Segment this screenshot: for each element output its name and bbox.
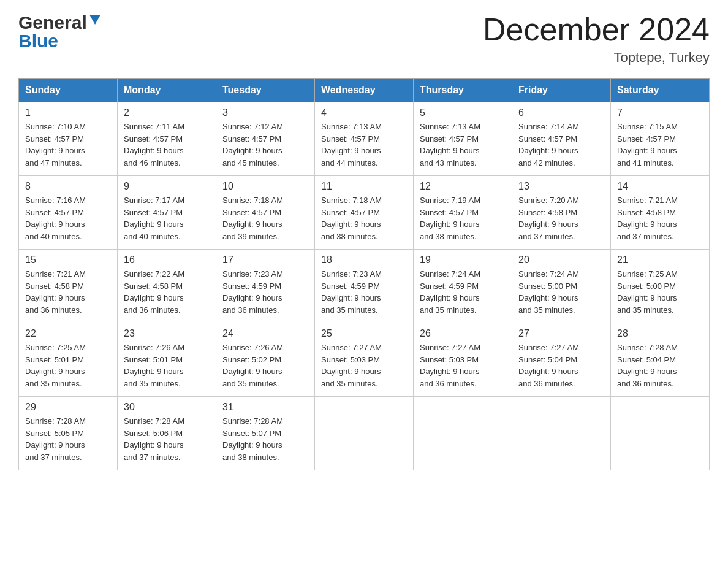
day-info: Sunrise: 7:18 AMSunset: 4:57 PMDaylight:… [222,196,283,241]
day-info: Sunrise: 7:18 AMSunset: 4:57 PMDaylight:… [321,196,382,241]
calendar-cell: 17 Sunrise: 7:23 AMSunset: 4:59 PMDaylig… [216,250,315,323]
day-info: Sunrise: 7:23 AMSunset: 4:59 PMDaylight:… [222,269,283,315]
day-info: Sunrise: 7:26 AMSunset: 5:01 PMDaylight:… [124,343,184,388]
day-info: Sunrise: 7:12 AMSunset: 4:57 PMDaylight:… [222,122,283,167]
day-number: 12 [420,181,506,192]
week-row-2: 8 Sunrise: 7:16 AMSunset: 4:57 PMDayligh… [19,176,710,250]
day-info: Sunrise: 7:28 AMSunset: 5:06 PMDaylight:… [124,416,184,462]
calendar-cell: 24 Sunrise: 7:26 AMSunset: 5:02 PMDaylig… [216,323,315,397]
week-row-4: 22 Sunrise: 7:25 AMSunset: 5:01 PMDaylig… [19,323,710,397]
day-number: 17 [222,255,308,266]
calendar-cell: 14 Sunrise: 7:21 AMSunset: 4:58 PMDaylig… [611,176,710,250]
calendar-cell: 29 Sunrise: 7:28 AMSunset: 5:05 PMDaylig… [19,397,118,470]
calendar-cell: 23 Sunrise: 7:26 AMSunset: 5:01 PMDaylig… [118,323,216,397]
calendar-cell: 30 Sunrise: 7:28 AMSunset: 5:06 PMDaylig… [118,397,216,470]
day-number: 1 [25,107,111,118]
day-number: 6 [518,107,604,118]
svg-marker-0 [89,15,100,25]
day-info: Sunrise: 7:28 AMSunset: 5:07 PMDaylight:… [222,416,283,462]
day-info: Sunrise: 7:14 AMSunset: 4:57 PMDaylight:… [518,122,579,167]
calendar-cell: 1 Sunrise: 7:10 AMSunset: 4:57 PMDayligh… [19,102,118,176]
weekday-header-thursday: Thursday [414,79,512,102]
day-info: Sunrise: 7:19 AMSunset: 4:57 PMDaylight:… [420,196,480,241]
day-number: 5 [420,107,506,118]
weekday-header-wednesday: Wednesday [315,79,414,102]
calendar-cell: 25 Sunrise: 7:27 AMSunset: 5:03 PMDaylig… [315,323,414,397]
page-header: General Blue December 2024 Toptepe, Turk… [18,12,710,66]
day-number: 22 [25,328,111,339]
day-number: 9 [124,181,210,192]
calendar-cell: 5 Sunrise: 7:13 AMSunset: 4:57 PMDayligh… [414,102,512,176]
day-info: Sunrise: 7:27 AMSunset: 5:03 PMDaylight:… [420,343,480,388]
day-number: 11 [321,181,407,192]
title-section: December 2024 Toptepe, Turkey [483,12,710,66]
day-info: Sunrise: 7:13 AMSunset: 4:57 PMDaylight:… [321,122,382,167]
calendar-cell: 13 Sunrise: 7:20 AMSunset: 4:58 PMDaylig… [512,176,611,250]
day-info: Sunrise: 7:27 AMSunset: 5:04 PMDaylight:… [518,343,579,388]
day-number: 25 [321,328,407,339]
weekday-header-friday: Friday [512,79,611,102]
calendar-cell: 6 Sunrise: 7:14 AMSunset: 4:57 PMDayligh… [512,102,611,176]
day-info: Sunrise: 7:28 AMSunset: 5:05 PMDaylight:… [25,416,86,462]
calendar-cell [512,397,611,470]
day-info: Sunrise: 7:25 AMSunset: 5:00 PMDaylight:… [617,269,678,315]
day-info: Sunrise: 7:15 AMSunset: 4:57 PMDaylight:… [617,122,678,167]
day-info: Sunrise: 7:24 AMSunset: 5:00 PMDaylight:… [518,269,579,315]
day-number: 29 [25,402,111,413]
day-number: 8 [25,181,111,192]
day-info: Sunrise: 7:28 AMSunset: 5:04 PMDaylight:… [617,343,678,388]
day-number: 26 [420,328,506,339]
day-info: Sunrise: 7:11 AMSunset: 4:57 PMDaylight:… [124,122,184,167]
calendar-cell: 11 Sunrise: 7:18 AMSunset: 4:57 PMDaylig… [315,176,414,250]
day-number: 4 [321,107,407,118]
logo: General Blue [18,12,100,52]
day-number: 16 [124,255,210,266]
calendar-table: SundayMondayTuesdayWednesdayThursdayFrid… [18,78,710,470]
day-number: 31 [222,402,308,413]
day-number: 2 [124,107,210,118]
day-info: Sunrise: 7:25 AMSunset: 5:01 PMDaylight:… [25,343,86,388]
day-number: 3 [222,107,308,118]
day-number: 24 [222,328,308,339]
day-info: Sunrise: 7:16 AMSunset: 4:57 PMDaylight:… [25,196,86,241]
day-info: Sunrise: 7:21 AMSunset: 4:58 PMDaylight:… [617,196,678,241]
day-number: 27 [518,328,604,339]
calendar-cell: 15 Sunrise: 7:21 AMSunset: 4:58 PMDaylig… [19,250,118,323]
calendar-cell: 19 Sunrise: 7:24 AMSunset: 4:59 PMDaylig… [414,250,512,323]
calendar-title: December 2024 [483,12,710,47]
weekday-header-sunday: Sunday [19,79,118,102]
calendar-cell [315,397,414,470]
day-number: 10 [222,181,308,192]
calendar-cell: 21 Sunrise: 7:25 AMSunset: 5:00 PMDaylig… [611,250,710,323]
calendar-cell [611,397,710,470]
logo-blue-text: Blue [18,31,58,52]
day-number: 30 [124,402,210,413]
logo-triangle-icon [89,15,100,28]
day-number: 20 [518,255,604,266]
calendar-cell: 10 Sunrise: 7:18 AMSunset: 4:57 PMDaylig… [216,176,315,250]
calendar-subtitle: Toptepe, Turkey [483,50,710,66]
day-number: 19 [420,255,506,266]
calendar-cell: 22 Sunrise: 7:25 AMSunset: 5:01 PMDaylig… [19,323,118,397]
calendar-cell: 31 Sunrise: 7:28 AMSunset: 5:07 PMDaylig… [216,397,315,470]
weekday-header-row: SundayMondayTuesdayWednesdayThursdayFrid… [19,79,710,102]
calendar-cell: 12 Sunrise: 7:19 AMSunset: 4:57 PMDaylig… [414,176,512,250]
calendar-cell: 2 Sunrise: 7:11 AMSunset: 4:57 PMDayligh… [118,102,216,176]
calendar-cell: 3 Sunrise: 7:12 AMSunset: 4:57 PMDayligh… [216,102,315,176]
day-info: Sunrise: 7:21 AMSunset: 4:58 PMDaylight:… [25,269,86,315]
calendar-cell: 8 Sunrise: 7:16 AMSunset: 4:57 PMDayligh… [19,176,118,250]
weekday-header-monday: Monday [118,79,216,102]
calendar-cell: 4 Sunrise: 7:13 AMSunset: 4:57 PMDayligh… [315,102,414,176]
day-info: Sunrise: 7:10 AMSunset: 4:57 PMDaylight:… [25,122,86,167]
calendar-cell: 20 Sunrise: 7:24 AMSunset: 5:00 PMDaylig… [512,250,611,323]
calendar-cell: 27 Sunrise: 7:27 AMSunset: 5:04 PMDaylig… [512,323,611,397]
day-number: 23 [124,328,210,339]
day-number: 15 [25,255,111,266]
day-info: Sunrise: 7:22 AMSunset: 4:58 PMDaylight:… [124,269,184,315]
calendar-cell [414,397,512,470]
day-number: 7 [617,107,703,118]
week-row-1: 1 Sunrise: 7:10 AMSunset: 4:57 PMDayligh… [19,102,710,176]
day-info: Sunrise: 7:17 AMSunset: 4:57 PMDaylight:… [124,196,184,241]
calendar-cell: 7 Sunrise: 7:15 AMSunset: 4:57 PMDayligh… [611,102,710,176]
day-info: Sunrise: 7:26 AMSunset: 5:02 PMDaylight:… [222,343,283,388]
